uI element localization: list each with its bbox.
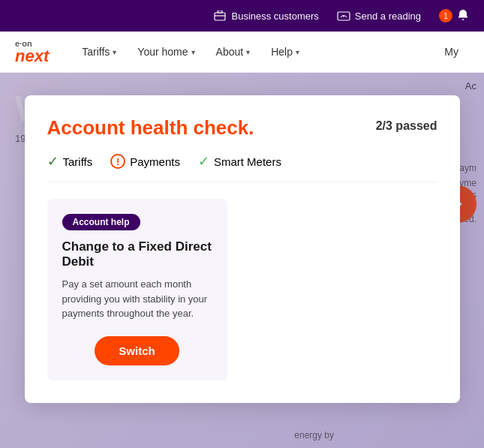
notification-icon	[457, 9, 469, 23]
account-help-card: Account help Change to a Fixed Direct De…	[47, 199, 227, 380]
top-bar: Business customers Send a reading 1	[0, 0, 484, 32]
svg-rect-1	[215, 13, 225, 20]
modal-overlay: Account health check. 2/3 passed ✓ Tarif…	[0, 73, 484, 448]
chevron-down-icon: ▾	[246, 48, 250, 56]
business-customers-link[interactable]: Business customers	[213, 9, 318, 23]
check-item-smart-meters: ✓ Smart Meters	[198, 153, 281, 170]
send-reading-label: Send a reading	[355, 11, 421, 22]
switch-button[interactable]: Switch	[95, 336, 179, 365]
meter-icon	[337, 9, 350, 23]
check-payments-label: Payments	[130, 155, 180, 168]
check-ok-icon: ✓	[47, 153, 59, 170]
chevron-down-icon: ▾	[113, 48, 116, 56]
modal-header: Account health check. 2/3 passed	[47, 116, 437, 140]
modal-title: Account health check.	[47, 116, 254, 140]
nav-my[interactable]: My	[434, 32, 469, 73]
check-warn-icon: !	[110, 154, 125, 169]
card-tag: Account help	[62, 214, 140, 230]
briefcase-icon	[213, 9, 227, 23]
card-title: Change to a Fixed Direct Debit	[62, 239, 212, 269]
modal-passed: 2/3 passed	[376, 116, 437, 133]
check-items-row: ✓ Tariffs ! Payments ✓ Smart Meters	[47, 153, 437, 182]
notification-badge: 1	[439, 9, 452, 23]
nav-bar: e·on next Tariffs ▾ Your home ▾ About ▾ …	[0, 32, 484, 73]
business-customers-label: Business customers	[231, 11, 318, 22]
notification-link[interactable]: 1	[439, 9, 469, 23]
nav-about[interactable]: About ▾	[206, 32, 261, 73]
check-item-tariffs: ✓ Tariffs	[47, 153, 93, 170]
check-item-payments: ! Payments	[110, 154, 180, 169]
chevron-down-icon: ▾	[191, 48, 195, 56]
account-health-modal: Account health check. 2/3 passed ✓ Tarif…	[25, 95, 460, 403]
check-smart-meters-label: Smart Meters	[214, 155, 281, 168]
nav-your-home[interactable]: Your home ▾	[127, 32, 205, 73]
logo[interactable]: e·on next	[15, 40, 49, 65]
nav-help[interactable]: Help ▾	[260, 32, 310, 73]
send-reading-link[interactable]: Send a reading	[337, 9, 421, 23]
logo-next: next	[15, 48, 49, 65]
check-tariffs-label: Tariffs	[63, 155, 93, 168]
nav-tariffs[interactable]: Tariffs ▾	[71, 32, 127, 73]
chevron-down-icon: ▾	[296, 48, 299, 56]
check-ok-icon-2: ✓	[198, 153, 209, 170]
nav-items: Tariffs ▾ Your home ▾ About ▾ Help ▾ My	[71, 32, 469, 73]
card-description: Pay a set amount each month providing yo…	[62, 277, 212, 321]
